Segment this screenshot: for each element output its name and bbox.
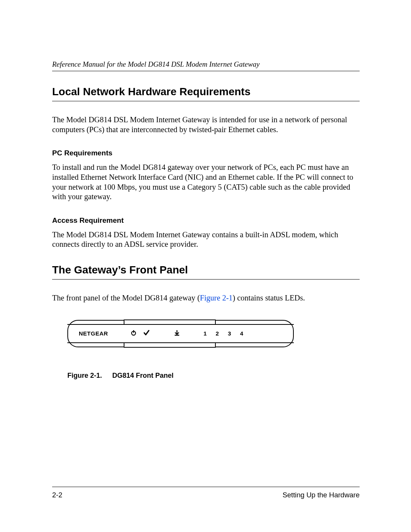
figure-reference-link[interactable]: Figure 2-1 [200, 294, 233, 302]
subheading-access-requirement: Access Requirement [52, 216, 360, 225]
device-top-notch [124, 320, 216, 324]
port-labels: 1 2 3 4 [203, 330, 244, 337]
page-footer: 2-2 Setting Up the Hardware [52, 487, 360, 499]
paragraph-pc-requirements: To install and run the Model DG814 gatew… [52, 163, 360, 202]
paragraph-lnhr-intro: The Model DG814 DSL Modem Internet Gatew… [52, 115, 360, 134]
brand-label: NETGEAR [79, 330, 108, 337]
port-4: 4 [240, 330, 244, 337]
heading-front-panel: The Gateway’s Front Panel [52, 264, 360, 280]
figure-caption: Figure 2-1.DG814 Front Panel [67, 372, 294, 380]
port-1: 1 [203, 330, 207, 337]
figure-2-1: NETGEAR 1 2 3 4 Figure 2-1.DG814 [67, 320, 294, 380]
device-front-panel-illustration: NETGEAR 1 2 3 4 [67, 320, 294, 347]
fp-intro-after: ) contains status LEDs. [233, 294, 305, 302]
figure-caption-title: DG814 Front Panel [112, 372, 174, 379]
page-number: 2-2 [52, 491, 62, 499]
device-bottom-notch [124, 343, 216, 348]
subheading-pc-requirements: PC Requirements [52, 149, 360, 157]
figure-caption-number: Figure 2-1. [67, 372, 112, 380]
footer-section-title: Setting Up the Hardware [282, 491, 360, 499]
power-icon [130, 330, 137, 337]
device-face: NETGEAR 1 2 3 4 [67, 324, 294, 343]
paragraph-access-requirement: The Model DG814 DSL Modem Internet Gatew… [52, 230, 360, 249]
check-icon [143, 330, 150, 337]
running-header: Reference Manual for the Model DG814 DSL… [52, 60, 360, 71]
fp-intro-before: The front panel of the Model DG814 gatew… [52, 294, 200, 302]
dsl-icon [174, 330, 180, 337]
paragraph-front-panel-intro: The front panel of the Model DG814 gatew… [52, 293, 360, 303]
port-3: 3 [228, 330, 231, 337]
heading-local-network-hardware-requirements: Local Network Hardware Requirements [52, 86, 360, 101]
svg-rect-1 [133, 330, 134, 333]
port-2: 2 [215, 330, 219, 337]
svg-rect-2 [175, 335, 179, 335]
